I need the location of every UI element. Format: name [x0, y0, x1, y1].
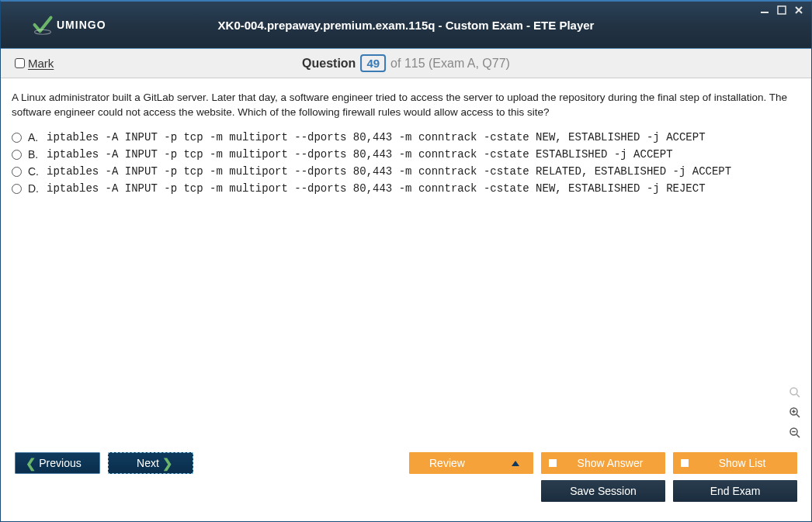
svg-rect-2: [778, 6, 786, 14]
next-label: Next: [137, 457, 159, 469]
svg-rect-1: [761, 12, 769, 13]
show-list-label: Show List: [695, 457, 797, 469]
option-letter: D.: [28, 182, 40, 195]
question-total: of 115 (Exam A, Q77): [390, 57, 510, 71]
maximize-button[interactable]: [776, 5, 788, 16]
zoom-in-icon[interactable]: [786, 404, 803, 421]
option-a[interactable]: A. iptables -A INPUT -p tcp -m multiport…: [12, 131, 800, 143]
question-word: Question: [302, 57, 356, 71]
chevron-left-icon: ❮: [26, 456, 36, 471]
chevron-right-icon: ❯: [162, 456, 172, 471]
window-controls: [758, 5, 805, 16]
previous-label: Previous: [39, 457, 81, 469]
option-b[interactable]: B. iptables -A INPUT -p tcp -m multiport…: [12, 148, 800, 161]
question-indicator: Question 49 of 115 (Exam A, Q77): [302, 54, 510, 72]
previous-button[interactable]: ❮ Previous: [15, 452, 100, 474]
mark-checkbox[interactable]: [15, 58, 25, 68]
end-exam-button[interactable]: End Exam: [673, 480, 797, 502]
content-area: A Linux administrator built a GitLab ser…: [1, 78, 811, 446]
review-button[interactable]: Review: [409, 452, 533, 474]
footer: ❮ Previous Next ❯ Review Show Answer Sho…: [1, 446, 811, 511]
radio-d[interactable]: [12, 184, 22, 194]
question-number: 49: [360, 54, 386, 72]
svg-point-0: [35, 29, 51, 34]
titlebar: UMINGO XK0-004.prepaway.premium.exam.115…: [1, 2, 811, 49]
stop-icon: [549, 459, 557, 467]
option-letter: C.: [28, 165, 40, 178]
app-title: XK0-004.prepaway.premium.exam.115q - Cus…: [218, 19, 595, 32]
zoom-controls: [786, 384, 803, 441]
radio-c[interactable]: [12, 167, 22, 177]
end-exam-label: End Exam: [710, 485, 761, 497]
radio-b[interactable]: [12, 150, 22, 160]
show-answer-button[interactable]: Show Answer: [541, 452, 665, 474]
question-bar: Mark Question 49 of 115 (Exam A, Q77): [1, 49, 811, 78]
option-code: iptables -A INPUT -p tcp -m multiport --…: [47, 131, 706, 143]
option-code: iptables -A INPUT -p tcp -m multiport --…: [47, 165, 731, 178]
save-session-label: Save Session: [570, 485, 637, 497]
option-d[interactable]: D. iptables -A INPUT -p tcp -m multiport…: [12, 182, 800, 195]
brand-name: UMINGO: [57, 19, 106, 31]
footer-row-1: ❮ Previous Next ❯ Review Show Answer Sho…: [15, 452, 797, 474]
minimize-button[interactable]: [758, 5, 771, 16]
triangle-up-icon: [512, 461, 519, 466]
logo: UMINGO: [1, 14, 106, 36]
logo-check-icon: [32, 14, 54, 36]
options-list: A. iptables -A INPUT -p tcp -m multiport…: [12, 131, 800, 195]
search-icon[interactable]: [786, 384, 803, 401]
radio-a[interactable]: [12, 133, 22, 143]
show-list-button[interactable]: Show List: [673, 452, 797, 474]
option-letter: B.: [28, 148, 40, 161]
review-label: Review: [429, 457, 465, 469]
question-text: A Linux administrator built a GitLab ser…: [12, 91, 800, 120]
option-letter: A.: [28, 131, 40, 143]
option-code: iptables -A INPUT -p tcp -m multiport --…: [47, 182, 706, 195]
mark-label: Mark: [28, 57, 54, 70]
svg-point-3: [790, 388, 797, 395]
save-session-button[interactable]: Save Session: [541, 480, 665, 502]
next-button[interactable]: Next ❯: [108, 452, 193, 474]
option-c[interactable]: C. iptables -A INPUT -p tcp -m multiport…: [12, 165, 800, 178]
close-button[interactable]: [793, 5, 805, 16]
mark-checkbox-wrap[interactable]: Mark: [15, 57, 54, 70]
show-answer-label: Show Answer: [563, 457, 665, 469]
option-code: iptables -A INPUT -p tcp -m multiport --…: [47, 148, 673, 161]
footer-row-2: Save Session End Exam: [15, 480, 797, 502]
zoom-out-icon[interactable]: [786, 424, 803, 441]
stop-icon: [681, 459, 689, 467]
